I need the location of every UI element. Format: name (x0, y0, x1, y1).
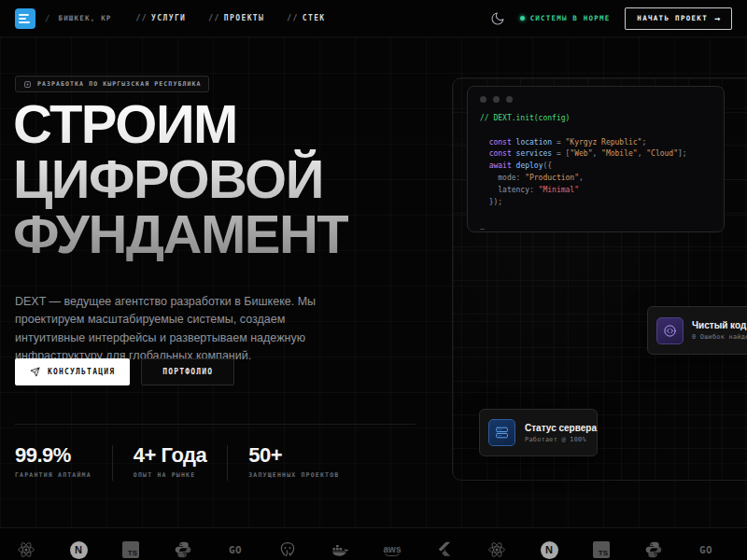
consultation-button[interactable]: КОНСУЛЬТАЦИЯ (15, 358, 130, 385)
stat-value: 99.9% (15, 445, 92, 466)
nav-divider-slash: / (45, 14, 49, 23)
hero-cta-row: КОНСУЛЬТАЦИЯ ПОРТФОЛИО (15, 358, 234, 385)
scan-dot-icon (23, 80, 32, 89)
python-icon (643, 539, 664, 560)
tech-strip: NTSGOawsNTSGO (0, 527, 747, 560)
postgresql-icon (277, 539, 298, 560)
stat-projects: 50+ ЗАПУЩЕННЫХ ПРОЕКТОВ (248, 445, 339, 479)
nav-links: //УСЛУГИ //ПРОЕКТЫ //СТЕК (136, 14, 348, 22)
flutter-icon (434, 539, 455, 560)
typescript-icon: TS (120, 539, 141, 560)
title-line: ЦИФРОВОЙ (13, 151, 348, 206)
title-line: СТРОИМ (13, 96, 348, 151)
stat-experience: 4+ Года ОПЫТ НА РЫНКЕ (134, 445, 206, 479)
code-circle-icon (656, 317, 684, 344)
clean-code-card: Чистый код 0 Ошибок найдено (647, 306, 747, 355)
paper-plane-icon (30, 367, 40, 377)
badge-label: РАЗРАБОТКА ПО КЫРГЫЗСКАЯ РЕСПУБЛИКА (37, 80, 201, 88)
stat-label: ЗАПУЩЕННЫХ ПРОЕКТОВ (248, 471, 339, 479)
docker-icon (330, 539, 350, 560)
navbar-right: СИСТЕМЫ В НОРМЕ НАЧАТЬ ПРОЕКТ → (490, 7, 732, 30)
stat-value: 4+ Года (134, 445, 206, 466)
system-status-indicator: СИСТЕМЫ В НОРМЕ (520, 14, 611, 22)
stat-divider (227, 445, 228, 481)
nav-link-label: ПРОЕКТЫ (224, 14, 265, 22)
server-icon (488, 419, 515, 446)
nav-link-label: СТЕК (303, 14, 326, 22)
status-dot-icon (520, 16, 525, 21)
aws-icon: aws (382, 539, 402, 560)
stat-divider (112, 445, 113, 481)
page-title: СТРОИМ ЦИФРОВОЙ ФУНДАМЕНТ (13, 96, 348, 261)
stats-row: 99.9% ГАРАНТИЯ АПТАЙМА 4+ Года ОПЫТ НА Р… (15, 445, 339, 481)
card-title: Статус сервера (525, 423, 597, 433)
window-traffic-dots-icon (480, 96, 712, 103)
react-icon (486, 539, 507, 560)
typescript-icon: TS (591, 539, 612, 560)
nav-link-label: УСЛУГИ (151, 14, 186, 22)
python-icon (173, 539, 193, 560)
nav-link-services[interactable]: //УСЛУГИ (136, 14, 187, 22)
server-status-text: Статус сервера Работает @ 100% (525, 423, 597, 443)
card-subtitle: 0 Ошибок найдено (692, 333, 747, 341)
moon-icon[interactable] (490, 11, 505, 26)
server-status-card: Статус сервера Работает @ 100% (479, 409, 598, 456)
nextjs-icon: N (539, 539, 559, 560)
consultation-label: КОНСУЛЬТАЦИЯ (48, 368, 115, 376)
start-project-button[interactable]: НАЧАТЬ ПРОЕКТ → (625, 7, 732, 30)
stats-divider-line (15, 424, 416, 425)
stat-uptime: 99.9% ГАРАНТИЯ АПТАЙМА (15, 445, 92, 479)
go-icon: GO (696, 539, 716, 560)
card-subtitle: Работает @ 100% (525, 436, 597, 443)
stat-value: 50+ (248, 445, 339, 466)
nextjs-icon: N (68, 539, 89, 560)
react-icon (16, 539, 36, 560)
nav-link-stack[interactable]: //СТЕК (287, 14, 325, 22)
stat-label: ОПЫТ НА РЫНКЕ (134, 471, 206, 479)
code-lines: // DEXT.init(config) const location = "K… (480, 113, 712, 232)
navbar: / БИШКЕК, КР //УСЛУГИ //ПРОЕКТЫ //СТЕК С… (0, 0, 747, 37)
hero-description: DEXT — ведущее агентство разработки в Би… (15, 293, 340, 366)
nav-slashes: // (208, 14, 219, 22)
code-editor-window: // DEXT.init(config) const location = "K… (467, 86, 725, 232)
hero-badge: РАЗРАБОТКА ПО КЫРГЫЗСКАЯ РЕСПУБЛИКА (15, 76, 209, 92)
go-icon: GO (225, 539, 246, 560)
title-line: ФУНДАМЕНТ (13, 206, 348, 261)
nav-link-projects[interactable]: //ПРОЕКТЫ (208, 14, 264, 22)
start-project-label: НАЧАТЬ ПРОЕКТ (637, 14, 708, 22)
location-label: БИШКЕК, КР (58, 14, 111, 22)
nav-slashes: // (287, 14, 298, 22)
card-title: Чистый код (692, 320, 747, 330)
portfolio-button[interactable]: ПОРТФОЛИО (141, 358, 234, 385)
nav-slashes: // (136, 14, 148, 22)
status-label: СИСТЕМЫ В НОРМЕ (530, 14, 611, 22)
clean-code-text: Чистый код 0 Ошибок найдено (692, 320, 747, 341)
stat-label: ГАРАНТИЯ АПТАЙМА (15, 471, 92, 479)
brand-logo-icon[interactable] (15, 8, 35, 29)
portfolio-label: ПОРТФОЛИО (162, 368, 213, 376)
arrow-right-icon: → (714, 13, 720, 23)
